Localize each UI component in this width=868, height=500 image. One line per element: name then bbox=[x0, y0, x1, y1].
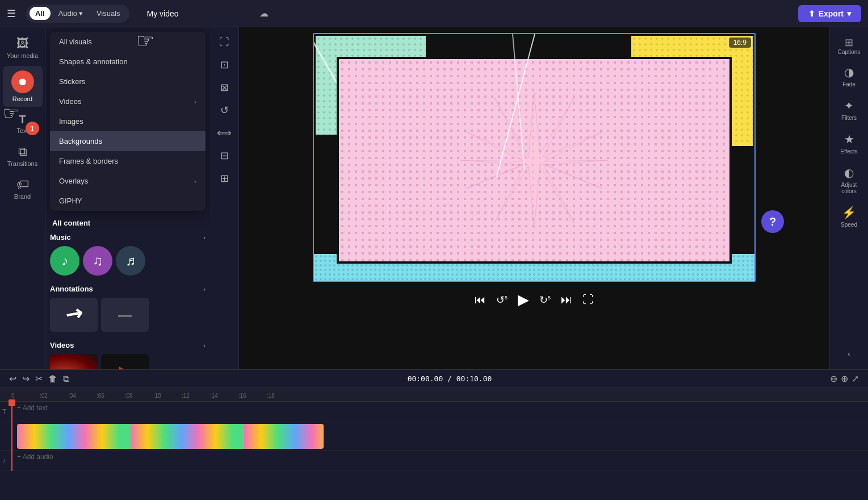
audio-track: ♪ + Add audio bbox=[0, 451, 868, 471]
dropdown-item-stickers[interactable]: Stickers bbox=[50, 72, 206, 91]
dropdown-item-all-visuals[interactable]: All visuals bbox=[50, 32, 206, 52]
tab-all[interactable]: All bbox=[30, 7, 51, 20]
music-note-3: ♬ bbox=[125, 253, 136, 269]
timeline-area: ↩ ↪ ✂ 🗑 ⧉ 00:00.00 / 00:10.00 ⊖ ⊕ ⤢ 0 :0… bbox=[0, 369, 868, 500]
ruler-08: :08 bbox=[125, 393, 153, 399]
project-title-input[interactable] bbox=[142, 7, 251, 20]
annotations-section-header[interactable]: Annotations › bbox=[50, 285, 206, 293]
dropdown-item-images[interactable]: Images bbox=[50, 111, 206, 131]
sidebar-label-transitions: Transitions bbox=[7, 160, 37, 167]
redo-btn[interactable]: ↪ bbox=[22, 373, 30, 384]
sidebar-label-record: Record bbox=[12, 95, 32, 102]
videos-section-header[interactable]: Videos › bbox=[50, 341, 206, 349]
videos-chevron-icon: › bbox=[194, 98, 196, 105]
delete-btn[interactable]: 🗑 bbox=[48, 374, 57, 384]
export-button[interactable]: ⬆ Export ▾ bbox=[798, 5, 861, 22]
rewind-5s-btn[interactable]: ↺5 bbox=[496, 294, 508, 306]
arrow-grey-icon: — bbox=[118, 307, 132, 323]
annotations-section-chevron: › bbox=[203, 286, 206, 293]
video-item-2[interactable]: ▶ bbox=[101, 354, 149, 369]
dropdown-item-videos[interactable]: Videos › bbox=[50, 91, 206, 111]
resize-btn[interactable]: ⊠ bbox=[217, 78, 232, 97]
music-section-header[interactable]: Music › bbox=[50, 233, 206, 241]
video-track bbox=[0, 422, 868, 451]
sidebar-item-record[interactable]: ⏺ Record ☞ 1 bbox=[3, 66, 43, 107]
hamburger-menu[interactable]: ☰ bbox=[7, 7, 16, 20]
videos-section: Videos › ▶ bbox=[50, 341, 206, 369]
skip-to-start-btn[interactable]: ⏮ bbox=[475, 293, 486, 306]
arrow-white-icon: ↙ bbox=[60, 300, 88, 330]
export-label: Export bbox=[819, 9, 844, 18]
dropdown-label-videos: Videos bbox=[59, 97, 82, 106]
audio-track-body: + Add audio bbox=[17, 453, 866, 469]
forward-5s-btn[interactable]: ↻5 bbox=[539, 294, 551, 306]
zoom-out-btn[interactable]: ⊖ bbox=[830, 373, 837, 384]
add-text-btn[interactable]: + Add text bbox=[17, 404, 866, 412]
fullscreen-preview-btn[interactable]: ⛶ bbox=[216, 33, 233, 52]
play-pause-btn[interactable]: ▶ bbox=[518, 291, 529, 309]
captions-icon: ⊞ bbox=[845, 36, 853, 49]
crop-btn[interactable]: ⊡ bbox=[217, 55, 232, 74]
timeline-toolbar: ↩ ↪ ✂ 🗑 ⧉ 00:00.00 / 00:10.00 ⊖ ⊕ ⤢ bbox=[0, 370, 868, 388]
tracks-container: T + Add text ♪ + Add audio bbox=[0, 402, 868, 471]
video-item-1[interactable] bbox=[50, 354, 98, 369]
sidebar-item-brand[interactable]: 🏷 Brand bbox=[3, 174, 43, 205]
dropdown-item-shapes[interactable]: Shapes & annotation bbox=[50, 52, 206, 72]
sidebar-item-your-media[interactable]: 🖼 Your media bbox=[3, 33, 43, 64]
dropdown-item-overlays[interactable]: Overlays › bbox=[50, 171, 206, 191]
captions-item[interactable]: ⊞ Captions bbox=[835, 33, 863, 59]
transitions-icon: ⧉ bbox=[18, 145, 27, 158]
rotate-btn[interactable]: ↺ bbox=[217, 101, 232, 120]
svg-marker-0 bbox=[460, 92, 608, 228]
cut-btn[interactable]: ✂ bbox=[35, 373, 43, 384]
sidebar-item-text[interactable]: T Text bbox=[3, 109, 43, 139]
annotation-item-2[interactable]: — bbox=[101, 298, 149, 332]
sidebar-label-your-media: Your media bbox=[7, 52, 38, 59]
video-track-body bbox=[17, 424, 866, 449]
rt-label-speed: Speed bbox=[841, 222, 857, 228]
annotation-item-1[interactable]: ↙ bbox=[50, 298, 98, 332]
overlays-chevron-icon: › bbox=[194, 178, 196, 185]
copy-btn[interactable]: ⧉ bbox=[63, 374, 69, 384]
dropdown-label-overlays: Overlays bbox=[59, 177, 88, 185]
rt-item-filters[interactable]: ✦ Filters bbox=[832, 94, 866, 126]
left-preview-tools: ⛶ ⊡ ⊠ ↺ ⟺ ⊟ ⊞ bbox=[210, 27, 239, 369]
skip-to-end-btn[interactable]: ⏭ bbox=[561, 293, 572, 306]
music-item-2[interactable]: ♫ bbox=[83, 246, 112, 276]
music-grid: ♪ ♫ ♬ bbox=[50, 246, 206, 276]
rt-item-effects[interactable]: ★ Effects bbox=[832, 128, 866, 159]
music-item-3[interactable]: ♬ bbox=[116, 246, 145, 276]
collapse-panel-btn[interactable]: ‹ bbox=[842, 344, 856, 364]
dropdown-label-all-visuals: All visuals bbox=[59, 38, 92, 46]
rt-item-adjust[interactable]: ◐ Adjust colors bbox=[832, 161, 866, 199]
video-clip[interactable] bbox=[17, 424, 324, 449]
flip-btn[interactable]: ⟺ bbox=[213, 123, 235, 143]
record-avatar: ⏺ bbox=[11, 70, 34, 93]
tab-audio[interactable]: Audio ▾ bbox=[53, 7, 89, 20]
music-item-1[interactable]: ♪ bbox=[50, 246, 79, 276]
sidebar-item-transitions[interactable]: ⧉ Transitions bbox=[3, 141, 43, 172]
zoom-in-btn[interactable]: ⊕ bbox=[841, 373, 848, 384]
layer-btn[interactable]: ⊞ bbox=[217, 169, 232, 188]
rt-label-effects: Effects bbox=[840, 148, 857, 155]
text-track: T + Add text bbox=[0, 402, 868, 422]
fit-btn[interactable]: ⤢ bbox=[852, 373, 859, 384]
align-btn[interactable]: ⊟ bbox=[217, 146, 232, 165]
undo-btn[interactable]: ↩ bbox=[9, 373, 16, 384]
dropdown-item-frames[interactable]: Frames & borders bbox=[50, 151, 206, 171]
dropdown-item-giphy[interactable]: GIPHY ☞ 3 bbox=[50, 191, 206, 211]
add-audio-btn[interactable]: + Add audio bbox=[17, 453, 866, 461]
top-bar: ☰ All Audio ▾ Visuals ☁ ⬆ Export ▾ bbox=[0, 0, 868, 27]
dropdown-item-backgrounds[interactable]: Backgrounds bbox=[50, 131, 206, 151]
aspect-ratio-badge: 16:9 bbox=[729, 38, 751, 48]
rt-item-speed[interactable]: ⚡ Speed bbox=[832, 201, 866, 232]
all-content-label: All content bbox=[50, 215, 206, 233]
filter-tabs: All Audio ▾ Visuals bbox=[26, 5, 129, 23]
annotations-section: Annotations › ↙ — bbox=[50, 285, 206, 332]
fullscreen-btn[interactable]: ⛶ bbox=[582, 293, 594, 306]
rt-item-fade[interactable]: ◑ Fade bbox=[832, 61, 866, 92]
help-button[interactable]: ? bbox=[761, 210, 784, 233]
dropdown-label-giphy: GIPHY bbox=[59, 197, 82, 205]
tab-visuals[interactable]: Visuals bbox=[91, 7, 126, 20]
ruler-12: :12 bbox=[182, 393, 210, 399]
